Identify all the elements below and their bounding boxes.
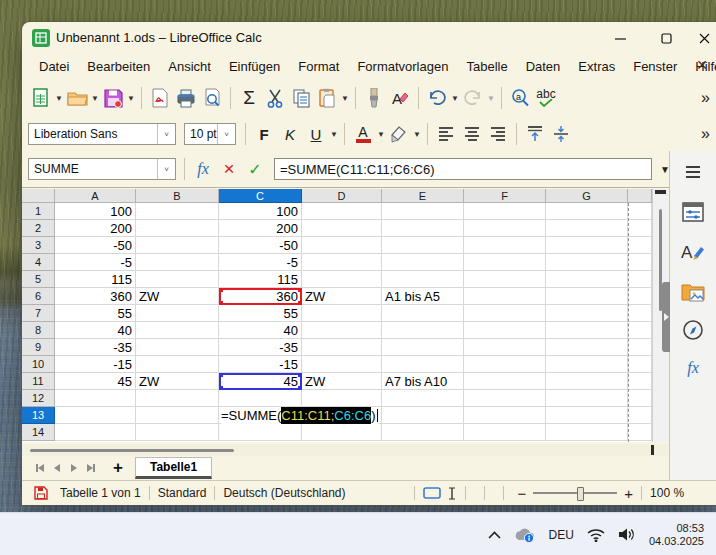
- language-indicator[interactable]: DEU: [549, 528, 574, 542]
- cell-A2[interactable]: 200: [55, 220, 136, 237]
- editing-cell-formula[interactable]: =SUMME(C11:C11;C6:C6): [221, 407, 378, 424]
- add-sheet-button[interactable]: +: [113, 458, 123, 478]
- cell-E6[interactable]: A1 bis A5: [382, 288, 464, 305]
- zoom-out-button[interactable]: −: [518, 485, 527, 502]
- cell-D2[interactable]: [302, 220, 382, 237]
- insert-mode-icon[interactable]: [447, 486, 457, 501]
- align-center-icon[interactable]: [459, 121, 485, 147]
- cell-G12[interactable]: [546, 390, 628, 407]
- toolbar-overflow-icon[interactable]: »: [701, 89, 710, 107]
- cell-B2[interactable]: [136, 220, 219, 237]
- vertical-split-handle[interactable]: [655, 190, 666, 194]
- column-header-f[interactable]: F: [464, 189, 546, 203]
- redo-icon[interactable]: [460, 85, 486, 111]
- column-header-a[interactable]: A: [55, 189, 136, 203]
- speaker-icon[interactable]: [618, 527, 636, 542]
- cell-D1[interactable]: [302, 203, 382, 220]
- cell-G2[interactable]: [546, 220, 628, 237]
- sidebar-settings-icon[interactable]: [678, 159, 708, 185]
- cell-F1[interactable]: [464, 203, 546, 220]
- cell-D8[interactable]: [302, 322, 382, 339]
- wifi-icon[interactable]: [587, 528, 605, 542]
- paste-icon[interactable]: [314, 85, 340, 111]
- selection-mode-icon[interactable]: [423, 487, 441, 499]
- menu-datei[interactable]: Datei: [30, 56, 78, 77]
- cell-A10[interactable]: -15: [55, 356, 136, 373]
- cell-A6[interactable]: 360: [55, 288, 136, 305]
- cell-D12[interactable]: [302, 390, 382, 407]
- zoom-slider-thumb[interactable]: [577, 487, 584, 501]
- cell-H7[interactable]: [628, 305, 652, 322]
- cell-E7[interactable]: [382, 305, 464, 322]
- tray-expand-chevron-icon[interactable]: [488, 531, 501, 539]
- cell-H3[interactable]: [628, 237, 652, 254]
- cell-A7[interactable]: 55: [55, 305, 136, 322]
- menu-extras[interactable]: Extras: [569, 56, 624, 77]
- cell-C4[interactable]: -5: [219, 254, 302, 271]
- row-header-5[interactable]: 5: [22, 271, 55, 288]
- cell-G5[interactable]: [546, 271, 628, 288]
- cell-D7[interactable]: [302, 305, 382, 322]
- export-pdf-icon[interactable]: [147, 85, 173, 111]
- cell-H8[interactable]: [628, 322, 652, 339]
- cell-D3[interactable]: [302, 237, 382, 254]
- cell-A4[interactable]: -5: [55, 254, 136, 271]
- close-button[interactable]: [689, 26, 716, 50]
- cell-E11[interactable]: A7 bis A10: [382, 373, 464, 390]
- cell-D6[interactable]: ZW: [302, 288, 382, 305]
- menu-einfuegen[interactable]: Einfügen: [220, 56, 289, 77]
- cell-B7[interactable]: [136, 305, 219, 322]
- menu-fenster[interactable]: Fenster: [624, 56, 686, 77]
- horizontal-scrollbar-thumb[interactable]: [30, 449, 234, 452]
- cell-F13[interactable]: [464, 407, 546, 424]
- align-right-icon[interactable]: [485, 121, 511, 147]
- cell-A13[interactable]: [55, 407, 136, 424]
- cell-F12[interactable]: [464, 390, 546, 407]
- row-header-9[interactable]: 9: [22, 339, 55, 356]
- cell-G13[interactable]: [546, 407, 628, 424]
- cell-H5[interactable]: [628, 271, 652, 288]
- cell-B14[interactable]: [136, 424, 219, 441]
- save-dropdown-icon[interactable]: ▼: [126, 85, 136, 111]
- cell-A14[interactable]: [55, 424, 136, 441]
- cell-H12[interactable]: [628, 390, 652, 407]
- cell-D5[interactable]: [302, 271, 382, 288]
- cell-B13[interactable]: [136, 407, 219, 424]
- cut-icon[interactable]: [262, 85, 288, 111]
- cell-E4[interactable]: [382, 254, 464, 271]
- cell-B10[interactable]: [136, 356, 219, 373]
- cell-B12[interactable]: [136, 390, 219, 407]
- formula-input[interactable]: =SUMME(C11:C11;C6:C6): [274, 158, 652, 180]
- row-header-3[interactable]: 3: [22, 237, 55, 254]
- menu-ansicht[interactable]: Ansicht: [159, 56, 220, 77]
- sidebar-properties-icon[interactable]: [678, 199, 708, 225]
- cell-B4[interactable]: [136, 254, 219, 271]
- menu-format[interactable]: Format: [289, 56, 348, 77]
- cell-A5[interactable]: 115: [55, 271, 136, 288]
- redo-dropdown-icon[interactable]: ▼: [486, 85, 496, 111]
- cell-F9[interactable]: [464, 339, 546, 356]
- row-header-6[interactable]: 6: [22, 288, 55, 305]
- cell-D10[interactable]: [302, 356, 382, 373]
- find-replace-icon[interactable]: a: [507, 85, 533, 111]
- sum-icon[interactable]: Σ: [236, 85, 262, 111]
- copy-icon[interactable]: [288, 85, 314, 111]
- menu-tabelle[interactable]: Tabelle: [457, 56, 516, 77]
- bold-button[interactable]: F: [251, 121, 277, 147]
- font-name-combo[interactable]: Liberation Sans˅: [28, 123, 176, 145]
- column-header-e[interactable]: E: [382, 189, 464, 203]
- cell-E14[interactable]: [382, 424, 464, 441]
- cell-F6[interactable]: [464, 288, 546, 305]
- horizontal-scrollbar[interactable]: [22, 444, 668, 456]
- open-icon[interactable]: [64, 85, 90, 111]
- print-preview-icon[interactable]: [199, 85, 225, 111]
- last-sheet-icon[interactable]: [83, 460, 99, 476]
- cell-E10[interactable]: [382, 356, 464, 373]
- font-color-button[interactable]: A: [350, 121, 376, 147]
- zoom-level[interactable]: 100 %: [650, 486, 684, 500]
- cell-B6[interactable]: ZW: [136, 288, 219, 305]
- column-header-g[interactable]: G: [546, 189, 628, 203]
- undo-icon[interactable]: [424, 85, 450, 111]
- cell-A3[interactable]: -50: [55, 237, 136, 254]
- cell-G9[interactable]: [546, 339, 628, 356]
